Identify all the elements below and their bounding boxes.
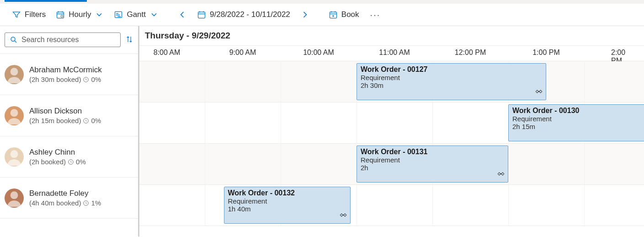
resource-name: Ashley Chinn [29, 148, 86, 157]
view-mode-dropdown[interactable]: Hourly [53, 8, 106, 21]
svg-rect-4 [330, 12, 336, 18]
resource-info: Allison Dickson (2h 15m booked) 0% [29, 107, 101, 124]
resource-row[interactable]: Allison Dickson (2h 15m booked) 0% [0, 95, 138, 136]
hour-divider [508, 185, 509, 226]
hour-divider [205, 185, 205, 226]
booking-title: Work Order - 00132 [228, 189, 346, 197]
hour-divider [205, 61, 205, 102]
booking-card[interactable]: Work Order - 00130 Requirement 2h 15m [508, 104, 644, 141]
resource-info: Abraham McCormick (2h 30m booked) 0% [29, 65, 102, 83]
filter-icon [12, 10, 21, 19]
calendar-icon [197, 10, 206, 19]
grid-row[interactable]: Work Order - 00130 Requirement 2h 15m [139, 102, 644, 144]
prev-range-button[interactable] [175, 8, 190, 21]
chevron-down-icon [149, 10, 159, 19]
resource-row[interactable]: Abraham McCormick (2h 30m booked) 0% [0, 54, 138, 95]
handshake-icon [339, 211, 347, 221]
clock-icon [83, 76, 89, 83]
avatar [5, 147, 24, 167]
hour-divider [281, 144, 281, 184]
person-icon [5, 106, 24, 125]
handshake-icon [535, 87, 543, 97]
search-placeholder: Search resources [21, 36, 79, 44]
svg-rect-3 [198, 12, 205, 18]
sort-icon [125, 35, 133, 43]
search-icon [10, 36, 18, 44]
hour-divider [584, 61, 585, 102]
calendar-clock-icon [56, 10, 65, 19]
view-mode-label: Hourly [69, 10, 91, 19]
book-label: Book [341, 10, 359, 19]
resource-pane: Search resources Abraham McCormick (2h 3… [0, 26, 139, 237]
booking-duration: 1h 40m [228, 205, 346, 213]
hour-divider [205, 144, 205, 184]
booking-card[interactable]: Work Order - 00127 Requirement 2h 30m [357, 63, 546, 100]
gantt-icon [114, 10, 123, 19]
resource-row[interactable]: Ashley Chinn (2h booked) 0% [0, 136, 138, 178]
chart-mode-label: Gantt [127, 10, 146, 19]
resource-name: Bernadette Foley [29, 189, 101, 198]
resource-row[interactable]: Bernadette Foley (4h 40m booked) 1% [0, 178, 138, 219]
schedule-board: Search resources Abraham McCormick (2h 3… [0, 26, 644, 237]
hour-divider [508, 144, 509, 184]
hour-divider [432, 185, 433, 226]
timeline-pane: Thursday - 9/29/2022 8:00 AM9:00 AM10:00… [139, 26, 644, 237]
hour-divider [281, 102, 281, 143]
hour-divider [432, 102, 433, 143]
booking-duration: 2h 30m [361, 81, 542, 89]
resource-util: 0% [91, 75, 101, 83]
search-input[interactable]: Search resources [5, 32, 121, 47]
more-actions-button[interactable]: ··· [367, 10, 384, 20]
resource-sub: (2h 15m booked) 0% [29, 117, 101, 124]
resource-booked: (2h 30m booked) [29, 75, 81, 83]
avatar [5, 65, 24, 84]
person-icon [5, 65, 24, 84]
date-range-text: 9/28/2022 - 10/11/2022 [210, 10, 290, 19]
resource-info: Bernadette Foley (4h 40m booked) 1% [29, 189, 101, 207]
svg-point-12 [11, 191, 18, 199]
hour-divider [357, 102, 357, 143]
timeline-grid[interactable]: Work Order - 00127 Requirement 2h 30m Wo… [139, 61, 644, 226]
person-icon [5, 147, 24, 167]
booking-subtitle: Requirement [361, 156, 504, 164]
tab-strip-bg [0, 0, 644, 4]
chart-mode-dropdown[interactable]: Gantt [111, 8, 161, 21]
booking-card[interactable]: Work Order - 00131 Requirement 2h [357, 145, 508, 183]
grid-row[interactable]: Work Order - 00127 Requirement 2h 30m [139, 61, 644, 102]
time-label: 10:00 AM [303, 48, 334, 57]
date-range-picker[interactable]: 9/28/2022 - 10/11/2022 [194, 8, 293, 21]
booking-title: Work Order - 00130 [512, 107, 644, 115]
resource-booked: (2h booked) [29, 158, 66, 166]
booking-duration: 2h 15m [512, 123, 644, 130]
time-header: 8:00 AM9:00 AM10:00 AM11:00 AM12:00 PM1:… [139, 46, 644, 61]
hour-divider [584, 185, 585, 226]
clock-icon [83, 200, 89, 206]
chevron-left-icon [178, 10, 187, 19]
booking-subtitle: Requirement [361, 74, 542, 81]
handshake-icon [497, 170, 505, 179]
resource-util: 0% [91, 117, 101, 124]
sort-button[interactable] [125, 35, 133, 45]
chevron-down-icon [95, 10, 104, 19]
book-button[interactable]: Book [326, 8, 362, 21]
avatar [5, 106, 24, 125]
resource-booked: (2h 15m booked) [29, 117, 81, 124]
resource-booked: (4h 40m booked) [29, 199, 81, 207]
booking-subtitle: Requirement [228, 197, 346, 205]
next-range-button[interactable] [298, 8, 312, 21]
booking-card[interactable]: Work Order - 00132 Requirement 1h 40m [224, 187, 351, 224]
person-icon [5, 189, 24, 208]
grid-row[interactable]: Work Order - 00131 Requirement 2h [139, 144, 644, 185]
booking-title: Work Order - 00127 [361, 65, 542, 74]
time-label: 1:00 PM [532, 48, 560, 57]
calendar-plus-icon [329, 10, 338, 19]
svg-point-6 [11, 68, 18, 75]
grid-row[interactable]: Work Order - 00132 Requirement 1h 40m [139, 185, 644, 226]
time-label: 12:00 PM [455, 48, 486, 57]
resource-sub: (2h 30m booked) 0% [29, 75, 102, 83]
clock-icon [83, 118, 89, 124]
filters-button[interactable]: Filters [9, 8, 48, 21]
resource-list: Abraham McCormick (2h 30m booked) 0% All… [0, 54, 138, 219]
time-label: 8:00 AM [154, 48, 181, 57]
hour-divider [357, 185, 357, 226]
